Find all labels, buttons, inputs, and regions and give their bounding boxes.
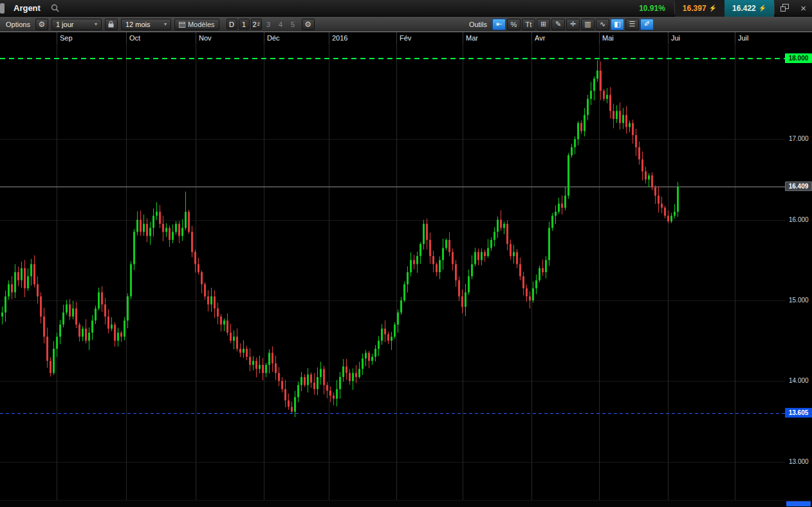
percent-tool[interactable]: % xyxy=(507,19,521,30)
snap-back-tool[interactable]: ⇤ xyxy=(492,19,506,30)
time-axis-tick xyxy=(57,32,57,44)
period-value: 1 jour xyxy=(56,21,74,28)
chart-count-buttons: D122345 xyxy=(226,19,299,30)
price-axis-label: 16.000 xyxy=(789,216,809,223)
time-axis-tick xyxy=(668,32,669,44)
time-axis-tick xyxy=(329,32,329,44)
chart-settings-gear-button[interactable]: ⚙ xyxy=(302,19,315,30)
scroll-bar-track[interactable] xyxy=(0,500,812,507)
chart-count-button-d[interactable]: D xyxy=(226,19,237,30)
time-axis-tick xyxy=(196,32,196,44)
time-axis-tick xyxy=(126,32,127,44)
time-axis-label: 2016 xyxy=(332,34,347,42)
scroll-thumb[interactable] xyxy=(786,501,811,506)
time-axis[interactable]: SepOctNovDéc2016FévMarAvrMaiJuiJuil xyxy=(0,32,812,44)
chart-count-button-5[interactable]: 5 xyxy=(288,19,299,30)
bar-chart-tool[interactable]: ▥ xyxy=(581,19,595,30)
chart-count-button-3[interactable]: 3 xyxy=(263,19,274,30)
time-axis-tick xyxy=(396,32,397,44)
range-value: 12 mois xyxy=(125,21,151,28)
grid-tool[interactable]: ⊞ xyxy=(537,19,550,30)
price-axis-label: 17.000 xyxy=(789,135,809,142)
chart-count-button-4[interactable]: 4 xyxy=(275,19,286,30)
options-gear-button[interactable]: ⚙ xyxy=(35,19,48,30)
draw-tool[interactable]: ✎ xyxy=(551,19,565,30)
tick-flash-icon: ⚡ xyxy=(709,5,717,12)
support-price-label[interactable]: 13.605 xyxy=(785,408,812,418)
chevron-down-icon: ▾ xyxy=(164,21,167,27)
time-axis-label: Mai xyxy=(602,34,614,42)
templates-label: Modèles xyxy=(188,21,215,28)
window-titlebar: Argent 10.91% 16.397 ⚡ 16.422 ⚡ × xyxy=(0,0,812,17)
time-axis-label: Déc xyxy=(267,34,280,42)
price-axis-label: 13.000 xyxy=(789,458,809,465)
time-axis-tick xyxy=(599,32,600,44)
trading-app-window: Argent 10.91% 16.397 ⚡ 16.422 ⚡ × Option… xyxy=(0,0,812,507)
instrument-title: Argent xyxy=(14,3,41,13)
time-axis-tick xyxy=(531,32,532,44)
time-axis-label: Juil xyxy=(738,34,749,42)
expand-window-icon[interactable] xyxy=(775,0,795,17)
lock-icon xyxy=(108,21,114,28)
range-dropdown[interactable]: 12 mois ▾ xyxy=(121,19,171,30)
time-axis-tick xyxy=(735,32,735,44)
time-axis-label: Avr xyxy=(535,34,545,42)
time-axis-label: Jui xyxy=(671,34,680,42)
annotate-tool[interactable]: ✐ xyxy=(640,19,654,30)
close-icon[interactable]: × xyxy=(795,0,812,17)
templates-button[interactable]: Modèles xyxy=(174,19,219,30)
tools-group: ⇤%Tt⊞✎✛▥∿◧☰✐ xyxy=(492,19,654,30)
sell-price-value: 16.397 xyxy=(683,4,706,13)
price-axis-label: 15.000 xyxy=(789,297,809,304)
time-axis-label: Mar xyxy=(466,34,478,42)
price-axis-label: 14.000 xyxy=(789,377,809,384)
chart-count-button-2[interactable]: 22 xyxy=(251,19,262,30)
buy-price-button[interactable]: 16.422 ⚡ xyxy=(724,0,774,17)
indicator-tool[interactable]: ∿ xyxy=(596,19,609,30)
resistance-price-label[interactable]: 18.000 xyxy=(785,53,812,63)
candlestick-chart[interactable] xyxy=(0,44,785,500)
calendar-icon xyxy=(179,21,185,28)
time-axis-label: Sep xyxy=(60,34,73,42)
chart-count-button-1[interactable]: 1 xyxy=(239,19,250,30)
chart-toolbar: Options ⚙ 1 jour ▾ 12 mois ▾ Modèles D12… xyxy=(0,17,812,32)
sell-price-button[interactable]: 16.397 ⚡ xyxy=(675,0,724,17)
layers-tool[interactable]: ☰ xyxy=(625,19,639,30)
gear-icon: ⚙ xyxy=(304,21,311,28)
price-axis[interactable]: 17.00016.00015.00014.00013.00018.00013.6… xyxy=(785,32,812,500)
compare-tool[interactable]: ◧ xyxy=(611,19,624,30)
last-price-label[interactable]: 16.409 xyxy=(785,181,812,191)
tools-label: Outils xyxy=(469,21,487,28)
period-dropdown[interactable]: 1 jour ▾ xyxy=(51,19,102,30)
time-axis-label: Fév xyxy=(400,34,411,42)
lock-button[interactable] xyxy=(105,19,118,30)
buy-price-value: 16.422 xyxy=(732,4,756,13)
options-label: Options xyxy=(6,21,30,28)
search-icon[interactable] xyxy=(47,4,63,12)
crosshair-tool[interactable]: ✛ xyxy=(566,19,580,30)
app-icon xyxy=(0,3,5,14)
time-axis-tick xyxy=(264,32,264,44)
time-axis-label: Nov xyxy=(199,34,212,42)
tick-flash-icon: ⚡ xyxy=(759,5,766,12)
time-axis-tick xyxy=(463,32,463,44)
chevron-down-icon: ▾ xyxy=(95,21,97,27)
text-tool[interactable]: Tt xyxy=(522,19,535,30)
gear-icon: ⚙ xyxy=(39,21,46,28)
time-axis-label: Oct xyxy=(129,34,140,42)
change-percent: 10.91% xyxy=(639,4,665,13)
